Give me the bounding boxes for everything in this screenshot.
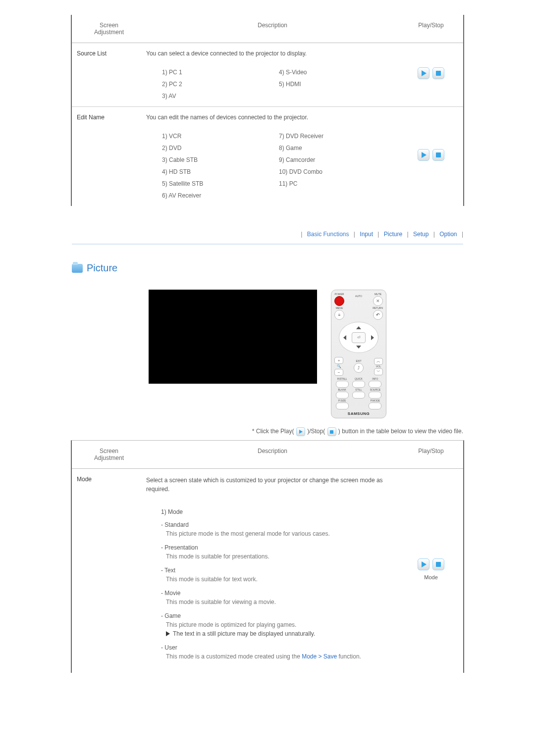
mode-text-prefix: This mode is a customized mode created u… bbox=[166, 653, 302, 660]
row-edit-name: Edit Name You can edit the names of devi… bbox=[72, 107, 463, 206]
row-source-list: Source List You can select a device conn… bbox=[72, 43, 463, 107]
vol-up-button[interactable]: ︿ bbox=[374, 358, 383, 365]
enter-button[interactable]: ⏎ bbox=[352, 332, 366, 343]
mode-name: - Game bbox=[161, 611, 389, 620]
nav-option[interactable]: Option bbox=[436, 231, 460, 238]
list-item: 11) PC bbox=[279, 180, 394, 187]
still-button[interactable] bbox=[352, 392, 365, 399]
mode-item-text: - Text This mode is suitable for text wo… bbox=[161, 566, 389, 584]
remote-label-pmode: P.MODE bbox=[371, 400, 380, 402]
mode-note-text: The text in a still picture may be displ… bbox=[173, 629, 315, 638]
blank-button[interactable] bbox=[336, 392, 349, 399]
remote-label-power: POWER bbox=[335, 293, 344, 296]
zoom-plus-button[interactable]: + bbox=[334, 357, 343, 364]
quick-button[interactable] bbox=[352, 381, 365, 388]
nav-separator: | bbox=[433, 231, 435, 238]
source-button[interactable] bbox=[369, 392, 381, 399]
col-adjustment: Screen Adjustment bbox=[72, 15, 146, 43]
remote-label-psize: P.SIZE bbox=[338, 400, 346, 402]
nav-separator: | bbox=[354, 231, 355, 238]
list-item: 4) HD STB bbox=[162, 168, 277, 175]
mode-text: This mode is suitable for text work. bbox=[161, 575, 389, 584]
list-item: 3) Cable STB bbox=[162, 156, 277, 163]
list-item: 5) HDMI bbox=[279, 81, 394, 88]
exit-button[interactable]: ⤴ bbox=[354, 363, 364, 373]
info-button[interactable] bbox=[369, 381, 381, 388]
remote-control: POWER AUTO MUTE ✕ MENU ≡ RETURN bbox=[331, 290, 386, 418]
mode-item-standard: - Standard This picture mode is the most… bbox=[161, 520, 389, 538]
nav-input[interactable]: Input bbox=[357, 231, 376, 238]
instruction-text: ) button in the table below to view the … bbox=[338, 428, 463, 435]
list-item: 1) PC 1 bbox=[162, 69, 277, 76]
mode-list-title: 1) Mode bbox=[161, 507, 389, 516]
install-button[interactable] bbox=[336, 381, 349, 388]
play-icon[interactable] bbox=[418, 558, 429, 570]
triangle-icon bbox=[166, 631, 170, 636]
play-icon[interactable] bbox=[418, 149, 429, 161]
mode-item-presentation: - Presentation This mode is suitable for… bbox=[161, 543, 389, 561]
dpad-left[interactable] bbox=[343, 335, 346, 340]
nav-setup[interactable]: Setup bbox=[410, 231, 431, 238]
instruction-text: )/Stop( bbox=[307, 428, 325, 435]
nav-picture[interactable]: Picture bbox=[381, 231, 405, 238]
stop-icon[interactable] bbox=[432, 149, 444, 161]
col-playstop: Play/Stop bbox=[399, 15, 463, 43]
list-item: 9) Camcorder bbox=[279, 156, 394, 163]
col-description: Description bbox=[146, 441, 399, 468]
pmode-button[interactable] bbox=[369, 403, 381, 409]
mode-item-game: - Game This picture mode is optimized fo… bbox=[161, 611, 389, 638]
nav-separator: | bbox=[377, 231, 379, 238]
remote-label-info: INFO bbox=[372, 378, 378, 380]
stop-icon[interactable] bbox=[432, 558, 444, 570]
col-playstop: Play/Stop bbox=[399, 441, 463, 468]
input-table-header: Screen Adjustment Description Play/Stop bbox=[72, 15, 463, 43]
mode-name: - Movie bbox=[161, 589, 389, 598]
mode-text: This mode is a customized mode created u… bbox=[161, 652, 389, 661]
dpad-down[interactable] bbox=[356, 346, 361, 349]
dpad-right[interactable] bbox=[371, 335, 374, 340]
remote-label-auto: AUTO bbox=[355, 295, 362, 298]
edit-name-items: 1) VCR 7) DVD Receiver 2) DVD 8) Game 3)… bbox=[146, 133, 394, 199]
list-item: 10) DVD Combo bbox=[279, 168, 394, 175]
list-item bbox=[279, 192, 394, 199]
list-item: 1) VCR bbox=[162, 133, 277, 140]
folder-icon bbox=[72, 264, 83, 273]
stop-icon[interactable] bbox=[432, 67, 444, 79]
remote-label-install: INSTALL bbox=[337, 378, 347, 380]
row-description: You can edit the names of devices connec… bbox=[146, 111, 399, 199]
nav-basic-functions[interactable]: Basic Functions bbox=[304, 231, 352, 238]
playstop-cell: Mode bbox=[399, 473, 463, 666]
playstop-cell bbox=[399, 47, 463, 100]
picture-table: Screen Adjustment Description Play/Stop … bbox=[71, 440, 464, 673]
dpad-up[interactable] bbox=[356, 326, 361, 329]
volume-control: ︿ VOL ﹀ bbox=[374, 358, 383, 375]
list-item: 4) S-Video bbox=[279, 69, 394, 76]
zoom-control: + 🔍 − bbox=[334, 357, 343, 376]
mode-item-user: - User This mode is a customized mode cr… bbox=[161, 643, 389, 661]
power-button[interactable] bbox=[334, 296, 344, 306]
row-mode: Mode Select a screen state which is cust… bbox=[72, 469, 463, 673]
return-button[interactable]: ↶ bbox=[373, 310, 383, 320]
stop-icon bbox=[327, 427, 336, 436]
remote-label-still: STILL bbox=[355, 389, 362, 391]
mode-name: - Presentation bbox=[161, 543, 389, 552]
dpad: ⏎ bbox=[339, 322, 378, 353]
zoom-minus-button[interactable]: − bbox=[334, 369, 343, 376]
mode-text: This picture mode is the most general mo… bbox=[161, 529, 389, 538]
mode-name: - User bbox=[161, 643, 389, 652]
list-item bbox=[279, 93, 394, 100]
section-title: Picture bbox=[87, 262, 117, 274]
menu-button[interactable]: ≡ bbox=[334, 310, 344, 320]
row-label: Mode bbox=[72, 473, 146, 666]
mode-text: This mode is suitable for presentations. bbox=[161, 552, 389, 561]
list-item: 7) DVD Receiver bbox=[279, 133, 394, 140]
psize-button[interactable] bbox=[336, 403, 349, 409]
mute-button[interactable]: ✕ bbox=[373, 296, 383, 306]
play-icon[interactable] bbox=[418, 67, 429, 79]
list-item: 3) AV bbox=[162, 93, 277, 100]
vol-down-button[interactable]: ﹀ bbox=[374, 368, 383, 375]
row-summary: You can edit the names of devices connec… bbox=[146, 114, 394, 121]
mode-save-link[interactable]: Mode > Save bbox=[302, 653, 337, 660]
nav-separator: | bbox=[301, 231, 302, 238]
mode-item-movie: - Movie This mode is suitable for viewin… bbox=[161, 589, 389, 606]
